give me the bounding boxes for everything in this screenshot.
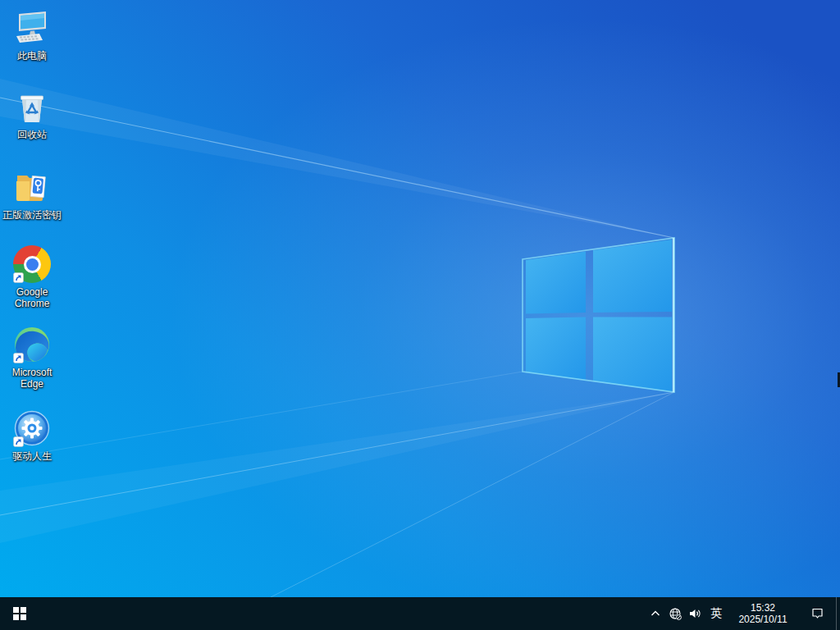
edge-icon (12, 325, 52, 364)
wallpaper-windows-logo (0, 0, 840, 597)
icon-label: 回收站 (1, 129, 63, 140)
icon-label: 正版激活密钥 (1, 209, 63, 221)
icon-label: Google Chrome (1, 286, 63, 309)
ime-language-label: 英 (710, 606, 722, 621)
icon-label: 此电脑 (1, 50, 63, 62)
this-pc-icon (12, 8, 52, 48)
desktop-icon-driver-life[interactable]: 驱动人生 (1, 409, 63, 462)
start-button[interactable] (0, 597, 39, 630)
speaker-icon (688, 607, 702, 620)
system-tray: 英 15:32 2025/10/11 (646, 597, 840, 630)
desktop-icon-this-pc[interactable]: 此电脑 (1, 8, 63, 62)
shortcut-arrow-icon (13, 436, 24, 447)
chevron-up-icon (649, 607, 662, 620)
clock[interactable]: 15:32 2025/10/11 (728, 597, 798, 630)
notification-icon (810, 607, 824, 620)
show-desktop-button[interactable] (836, 597, 840, 630)
icon-label: 驱动人生 (1, 450, 63, 462)
gear-circle-icon (12, 409, 52, 448)
shortcut-arrow-icon (13, 353, 24, 363)
icon-label: Microsoft Edge (1, 367, 63, 390)
chrome-icon (12, 244, 52, 284)
shortcut-arrow-icon (13, 272, 24, 283)
desktop: 此电脑 回收站 (0, 0, 840, 597)
clock-time: 15:32 (751, 602, 775, 614)
recycle-bin-icon (12, 87, 52, 126)
action-center-button[interactable] (798, 597, 836, 630)
desktop-icon-microsoft-edge[interactable]: Microsoft Edge (1, 325, 63, 390)
desktop-icon-google-chrome[interactable]: Google Chrome (1, 244, 63, 309)
desktop-icon-recycle-bin[interactable]: 回收站 (1, 87, 63, 140)
ime-indicator[interactable]: 英 (705, 597, 728, 630)
clock-date: 2025/10/11 (738, 614, 787, 625)
volume-button[interactable] (685, 597, 705, 630)
desktop-icon-activation-key[interactable]: 正版激活密钥 (1, 167, 63, 221)
show-hidden-icons-button[interactable] (646, 597, 665, 630)
network-status-button[interactable] (665, 597, 685, 630)
globe-no-internet-icon (669, 607, 682, 621)
windows-start-icon (13, 607, 26, 620)
taskbar: 英 15:32 2025/10/11 (0, 597, 840, 630)
key-folder-icon (12, 167, 52, 207)
